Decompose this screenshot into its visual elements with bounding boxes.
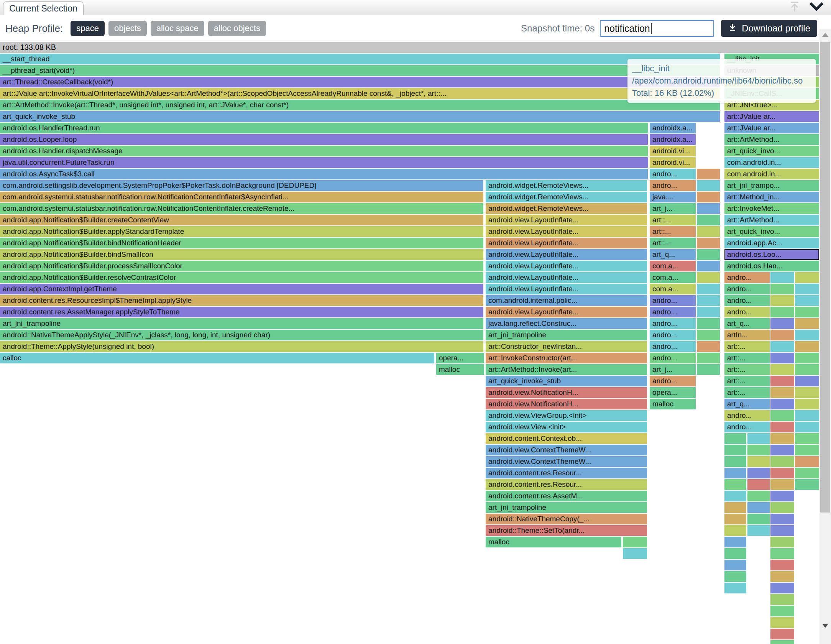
flame-frame[interactable] bbox=[697, 341, 720, 352]
flame-frame[interactable] bbox=[747, 468, 770, 478]
flame-frame[interactable] bbox=[697, 353, 720, 363]
flame-frame[interactable]: art::... bbox=[650, 238, 696, 248]
flame-frame[interactable] bbox=[770, 387, 794, 398]
flame-frame[interactable]: art::ArtMethod::Invoke(art::Thread*, uns… bbox=[0, 100, 720, 110]
flame-frame[interactable] bbox=[770, 560, 794, 570]
flame-frame[interactable]: android.view.View.<init> bbox=[486, 422, 647, 432]
flame-frame[interactable] bbox=[697, 307, 720, 317]
flame-frame[interactable]: android.view.LayoutInflate... bbox=[486, 261, 647, 271]
flame-frame[interactable]: andro... bbox=[650, 180, 696, 191]
flame-frame[interactable]: java.... bbox=[650, 192, 696, 202]
flame-frame[interactable]: android.app.Notification$Builder.bindNot… bbox=[0, 238, 483, 248]
flame-frame[interactable]: artIn... bbox=[724, 330, 770, 340]
flame-frame[interactable]: art::... bbox=[650, 215, 696, 225]
flame-frame[interactable] bbox=[770, 272, 794, 283]
flame-frame[interactable]: android.app.Notification$Builder.bindSma… bbox=[0, 249, 483, 260]
flame-frame[interactable]: android.os.Looper.loop bbox=[0, 134, 648, 145]
flame-frame[interactable] bbox=[747, 445, 770, 455]
flame-frame[interactable]: __start_thread bbox=[0, 54, 720, 64]
flame-frame[interactable] bbox=[747, 502, 770, 513]
flame-frame[interactable] bbox=[770, 422, 794, 432]
flame-frame[interactable] bbox=[795, 353, 819, 363]
flame-frame[interactable]: art::... bbox=[724, 341, 770, 352]
flame-frame[interactable]: art_j... bbox=[650, 364, 696, 375]
flame-frame[interactable]: art::InvokeConstructor(art... bbox=[486, 353, 647, 363]
scroll-up-icon[interactable] bbox=[822, 33, 828, 37]
flame-frame[interactable]: android.widget.RemoteViews... bbox=[486, 203, 647, 214]
flame-frame[interactable]: art_jni_trampoline bbox=[486, 502, 647, 513]
flame-frame[interactable] bbox=[724, 525, 746, 536]
flame-frame[interactable] bbox=[795, 479, 819, 490]
vertical-scrollbar[interactable] bbox=[820, 29, 831, 644]
flame-frame[interactable]: com.android.settingslib.development.Syst… bbox=[0, 180, 483, 191]
flame-frame[interactable] bbox=[724, 445, 746, 455]
flame-frame[interactable]: root: 133.08 KB bbox=[0, 42, 819, 53]
flame-frame[interactable] bbox=[697, 330, 720, 340]
flame-frame[interactable] bbox=[770, 629, 794, 639]
flame-frame[interactable]: art::... bbox=[650, 226, 696, 237]
flame-frame[interactable]: art_j... bbox=[650, 203, 696, 214]
flame-frame[interactable] bbox=[623, 537, 647, 547]
flame-frame[interactable] bbox=[770, 617, 794, 628]
flame-frame[interactable] bbox=[770, 456, 794, 467]
flame-frame[interactable] bbox=[770, 307, 794, 317]
flame-frame[interactable]: malloc bbox=[436, 364, 484, 375]
flame-frame[interactable]: art::JValue ar... bbox=[724, 123, 819, 133]
flame-frame[interactable] bbox=[770, 537, 794, 547]
flame-frame[interactable] bbox=[724, 571, 746, 582]
flame-frame[interactable] bbox=[747, 525, 770, 536]
flame-frame[interactable]: android::Theme::ApplyStyle(unsigned int,… bbox=[0, 341, 483, 352]
flame-frame[interactable] bbox=[770, 353, 794, 363]
flame-frame[interactable] bbox=[795, 456, 819, 467]
flame-frame[interactable] bbox=[623, 548, 647, 559]
flame-frame[interactable]: android.view.NotificationH... bbox=[486, 399, 647, 409]
flame-frame[interactable]: art_jni_trampoline bbox=[486, 330, 647, 340]
flame-frame[interactable]: android.view.ContextThemeW... bbox=[486, 445, 647, 455]
flame-frame[interactable] bbox=[770, 491, 794, 501]
flame-frame[interactable]: com.a... bbox=[650, 272, 696, 283]
flame-frame[interactable]: opera... bbox=[436, 353, 484, 363]
flame-frame[interactable]: art_quick_invo... bbox=[724, 146, 819, 156]
flame-frame[interactable] bbox=[795, 295, 819, 306]
flame-frame[interactable] bbox=[747, 514, 770, 524]
flame-frame[interactable]: android.app.Notification$Builder.resolve… bbox=[0, 272, 483, 283]
flame-frame[interactable]: android::Theme::SetTo(andr... bbox=[486, 525, 647, 536]
flame-frame[interactable]: java.util.concurrent.FutureTask.run bbox=[0, 157, 648, 168]
flame-frame[interactable] bbox=[724, 479, 746, 490]
flame-frame[interactable]: android.content.res.Resour... bbox=[486, 479, 647, 490]
flame-frame[interactable]: art_q... bbox=[724, 318, 770, 329]
flame-frame[interactable]: android.os.AsyncTask$3.call bbox=[0, 169, 648, 179]
flame-frame[interactable]: andro... bbox=[724, 410, 770, 421]
flame-frame[interactable]: opera... bbox=[650, 387, 696, 398]
flame-frame[interactable] bbox=[724, 502, 746, 513]
flame-frame[interactable] bbox=[770, 330, 794, 340]
flame-frame[interactable]: art_q... bbox=[724, 399, 770, 409]
flame-frame[interactable] bbox=[724, 583, 746, 593]
flame-frame[interactable] bbox=[795, 284, 819, 294]
flame-frame[interactable]: malloc bbox=[486, 537, 621, 547]
flame-frame[interactable]: art::... bbox=[724, 376, 770, 386]
flame-frame[interactable] bbox=[770, 295, 794, 306]
flame-frame[interactable]: andro... bbox=[650, 376, 696, 386]
flame-frame[interactable]: com.a... bbox=[650, 261, 696, 271]
flame-frame[interactable] bbox=[770, 606, 794, 616]
flame-frame[interactable]: art_quick_invo... bbox=[724, 226, 819, 237]
flame-frame[interactable]: android.content.res.Resour... bbox=[486, 468, 647, 478]
flame-frame[interactable]: art_quick_invoke_stub bbox=[486, 376, 647, 386]
flame-frame[interactable] bbox=[795, 399, 819, 409]
flame-frame[interactable] bbox=[770, 318, 794, 329]
flame-frame[interactable] bbox=[697, 249, 720, 260]
flame-frame[interactable]: com.android.internal.polic... bbox=[486, 295, 647, 306]
flame-frame[interactable] bbox=[770, 433, 794, 444]
flame-frame[interactable] bbox=[770, 571, 794, 582]
flame-frame[interactable] bbox=[697, 226, 720, 237]
flame-frame[interactable]: android.app.Ac... bbox=[724, 238, 819, 248]
flame-frame[interactable]: com.android.in... bbox=[724, 157, 819, 168]
flame-frame[interactable]: art::Method_in... bbox=[724, 192, 819, 202]
flame-frame[interactable]: android.content.Context.ob... bbox=[486, 433, 647, 444]
flame-frame[interactable]: calloc bbox=[0, 353, 434, 363]
flame-frame[interactable] bbox=[697, 180, 720, 191]
flame-frame[interactable] bbox=[697, 215, 720, 225]
flame-frame[interactable] bbox=[795, 376, 819, 386]
flame-frame[interactable]: com.a... bbox=[650, 284, 696, 294]
